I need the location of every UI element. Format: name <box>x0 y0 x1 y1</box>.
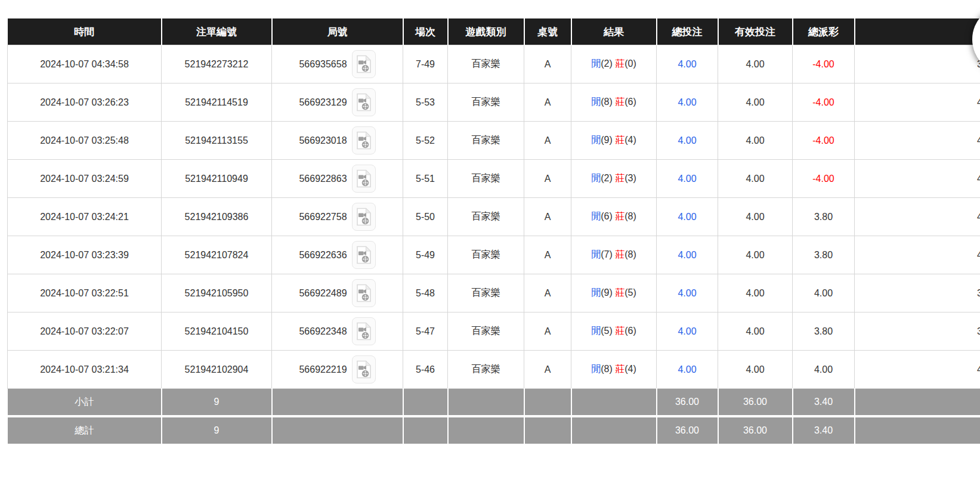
cell-extra-clipped: 3 <box>855 274 980 312</box>
cell-payout: -4.00 <box>793 160 855 198</box>
empty-cell <box>524 389 571 417</box>
column-header-result: 結果 <box>571 18 657 45</box>
result-banker-label: 莊 <box>615 58 625 69</box>
cell-extra-clipped: 3 <box>855 45 980 83</box>
cell-game-type: 百家樂 <box>448 312 524 351</box>
cell-game-type: 百家樂 <box>448 45 524 83</box>
cell-round-no: 566923018 <box>272 122 403 160</box>
empty-cell <box>855 389 980 417</box>
result-player-score: (5) <box>601 326 613 336</box>
result-banker-score: (6) <box>625 97 636 107</box>
cell-total-bet: 4.00 <box>657 312 718 351</box>
cell-table-no: A <box>524 83 571 122</box>
result-banker-label: 莊 <box>615 249 625 259</box>
cell-session: 5-51 <box>403 160 448 198</box>
cell-round-no: 566922758 <box>272 198 403 236</box>
cell-result: 閒(8) 莊(4) <box>571 351 657 389</box>
cell-total-bet: 4.00 <box>657 45 718 83</box>
cell-game-type: 百家樂 <box>448 83 524 122</box>
table-row: 2024-10-07 03:21:34521942102904566922219… <box>8 351 980 389</box>
result-player-label: 閒 <box>591 287 601 298</box>
video-file-icon <box>356 169 372 188</box>
cell-table-no: A <box>524 351 571 389</box>
round-number: 566922489 <box>299 288 347 299</box>
bet-history-table-wrap: 時間注單編號局號場次遊戲類別桌號結果總投注有效投注總派彩 2024-10-07 … <box>7 18 980 444</box>
table-row: 2024-10-07 03:25:48521942113155566923018… <box>8 122 980 160</box>
video-file-icon <box>356 55 372 73</box>
video-file-icon <box>356 322 372 341</box>
empty-cell <box>403 416 448 444</box>
empty-cell <box>571 416 657 444</box>
cell-bet-id: 521942105950 <box>162 274 272 312</box>
result-banker-label: 莊 <box>615 97 625 107</box>
cell-time: 2024-10-07 03:21:34 <box>8 351 162 389</box>
cell-payout: -4.00 <box>793 45 855 83</box>
cell-round-no: 566935658 <box>272 45 403 83</box>
video-replay-button[interactable] <box>352 241 376 269</box>
result-banker-score: (0) <box>625 58 636 69</box>
cell-bet-id: 521942102904 <box>162 351 272 389</box>
empty-cell <box>571 389 657 417</box>
column-header-round_no: 局號 <box>272 18 403 45</box>
video-replay-button[interactable] <box>352 88 376 116</box>
cell-payout: 3.80 <box>793 312 855 351</box>
cell-session: 5-46 <box>403 351 448 389</box>
cell-session: 5-53 <box>403 83 448 122</box>
result-banker-label: 莊 <box>615 211 625 221</box>
cell-session: 5-52 <box>403 122 448 160</box>
result-player-score: (7) <box>601 249 613 259</box>
round-number: 566923129 <box>299 97 347 108</box>
empty-cell <box>403 389 448 417</box>
video-file-icon <box>356 131 372 150</box>
result-banker-label: 莊 <box>615 135 625 145</box>
video-replay-button[interactable] <box>352 203 376 231</box>
cell-total-bet: 4.00 <box>657 83 718 122</box>
cell-bet-id: 521942110949 <box>162 160 272 198</box>
video-file-icon <box>356 246 372 264</box>
video-replay-button[interactable] <box>352 50 376 78</box>
video-replay-button[interactable] <box>352 165 376 193</box>
column-header-bet_id: 注單編號 <box>162 18 272 45</box>
subtotal-row-label: 小計 <box>8 389 162 417</box>
cell-payout: 3.80 <box>793 198 855 236</box>
cell-table-no: A <box>524 236 571 274</box>
result-player-label: 閒 <box>591 135 601 145</box>
result-player-score: (8) <box>601 97 613 107</box>
video-replay-button[interactable] <box>352 279 376 307</box>
cell-valid-bet: 4.00 <box>718 122 793 160</box>
grand-total-row-total-bet: 36.00 <box>657 416 718 444</box>
round-number: 566922636 <box>299 250 347 261</box>
cell-time: 2024-10-07 03:23:39 <box>8 236 162 274</box>
video-replay-button[interactable] <box>352 355 376 383</box>
result-banker-score: (6) <box>625 326 636 336</box>
cell-total-bet: 4.00 <box>657 274 718 312</box>
video-file-icon <box>356 360 372 379</box>
result-banker-label: 莊 <box>615 326 625 336</box>
cell-extra-clipped: 4 <box>855 236 980 274</box>
table-body: 2024-10-07 04:34:58521942273212566935658… <box>8 45 980 444</box>
cell-game-type: 百家樂 <box>448 122 524 160</box>
cell-total-bet: 4.00 <box>657 351 718 389</box>
cell-extra-clipped: 4 <box>855 160 980 198</box>
column-header-extra <box>855 18 980 45</box>
result-player-label: 閒 <box>591 173 601 183</box>
cell-extra-clipped: 4 <box>855 122 980 160</box>
cell-bet-id: 521942109386 <box>162 198 272 236</box>
cell-table-no: A <box>524 312 571 351</box>
cell-total-bet: 4.00 <box>657 122 718 160</box>
table-row: 2024-10-07 04:34:58521942273212566935658… <box>8 45 980 83</box>
column-header-session: 場次 <box>403 18 448 45</box>
result-player-score: (2) <box>601 58 613 69</box>
column-header-table_no: 桌號 <box>524 18 571 45</box>
result-player-label: 閒 <box>591 211 601 221</box>
video-replay-button[interactable] <box>352 126 376 154</box>
grand-total-row-count: 9 <box>162 416 272 444</box>
empty-cell <box>272 416 403 444</box>
result-banker-score: (8) <box>625 249 636 259</box>
cell-session: 5-49 <box>403 236 448 274</box>
cell-bet-id: 521942113155 <box>162 122 272 160</box>
cell-bet-id: 521942107824 <box>162 236 272 274</box>
cell-payout: 4.00 <box>793 274 855 312</box>
video-replay-button[interactable] <box>352 317 376 345</box>
result-player-label: 閒 <box>591 364 601 374</box>
